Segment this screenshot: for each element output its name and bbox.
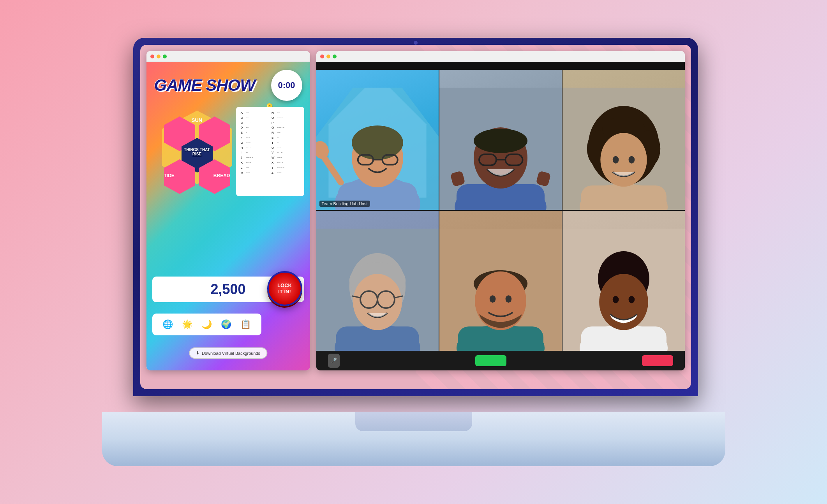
hex-center-label: THINGS THAT RISE (184, 148, 210, 156)
hex-center-line1: THINGS THAT (184, 148, 210, 152)
camera-dot (414, 41, 418, 45)
right-dot-red[interactable] (320, 55, 324, 58)
dot-yellow[interactable] (157, 55, 160, 58)
video-cell-1: Team Building Hub Host (316, 70, 439, 210)
timer: 0:00 (271, 70, 302, 101)
game-show-browser: GAME SHOW 0:00 (146, 51, 310, 370)
video-cell-4 (316, 211, 439, 351)
icon-globe[interactable]: 🌐 (160, 317, 176, 332)
download-icon: ⬇ (196, 351, 199, 356)
icon-clipboard[interactable]: 📋 (238, 317, 254, 332)
lock-it-in-button[interactable]: LOCK IT IN! (267, 271, 302, 306)
dot-green[interactable] (163, 55, 167, 58)
dot-red[interactable] (150, 55, 154, 58)
icon-star[interactable]: 🌟 (180, 317, 195, 332)
morse-col-left: A·− B−··· C−·−· D−·· E· F··−· G−−· H····… (241, 111, 269, 175)
video-cell-2 (439, 70, 562, 210)
video-call-content: Team Building Hub Host (316, 62, 685, 370)
svg-point-52 (475, 271, 526, 330)
download-virtual-backgrounds-button[interactable]: ⬇ Download Virtual Backgrounds (189, 347, 267, 359)
morse-grid: A·− B−··· C−·−· D−·· E· F··−· G−−· H····… (241, 111, 300, 175)
left-titlebar (146, 51, 310, 62)
video-grid: Team Building Hub Host (316, 70, 685, 351)
video-cell-3 (563, 70, 685, 210)
game-show-content: GAME SHOW 0:00 (146, 62, 310, 370)
svg-point-36 (628, 156, 635, 164)
svg-point-54 (505, 295, 511, 303)
end-call-button[interactable] (642, 355, 673, 366)
hex-board: SUN THINGS THAT RISE TIDE BREAD (150, 109, 244, 218)
svg-point-61 (612, 296, 619, 303)
screen-inner: GAME SHOW 0:00 (140, 45, 691, 389)
right-titlebar (316, 51, 685, 62)
svg-point-62 (628, 296, 635, 303)
hex-center-line2: RISE (184, 152, 210, 156)
game-show-header: GAME SHOW 0:00 (154, 70, 302, 101)
video-cell-5 (439, 211, 562, 351)
morse-panel: A·− B−··· C−·−· D−·· E· F··−· G−−· H····… (236, 107, 304, 196)
morse-col-right: N−· O−−− P·−−· Q−−·− R·−· S··· T− U··− V… (272, 111, 300, 175)
video-call-browser: Team Building Hub Host (316, 51, 685, 370)
svg-point-34 (600, 133, 647, 187)
hex-sun-label: SUN (192, 117, 202, 123)
hex-bread-label: BREAD (213, 173, 230, 178)
microphone-button[interactable]: 🎤 (328, 354, 340, 368)
video-controls-bar: 🎤 (316, 351, 685, 370)
laptop-base (102, 412, 725, 466)
right-dot-yellow[interactable] (326, 55, 330, 58)
svg-point-21 (473, 129, 527, 153)
video-on-button[interactable] (475, 355, 506, 366)
laptop: GAME SHOW 0:00 (102, 38, 725, 466)
video-top-bar (316, 62, 685, 70)
svg-point-11 (352, 125, 403, 160)
video-label-host: Team Building Hub Host (319, 201, 370, 207)
svg-point-35 (612, 156, 619, 164)
right-dot-green[interactable] (333, 55, 337, 58)
lock-button-text: LOCK IT IN! (277, 282, 292, 294)
video-cell-6 (563, 211, 685, 351)
game-show-title: GAME SHOW (154, 76, 255, 94)
laptop-screen: GAME SHOW 0:00 (133, 38, 698, 396)
svg-rect-29 (581, 185, 667, 210)
hex-tide-label: TIDE (164, 173, 175, 178)
svg-point-53 (489, 295, 495, 303)
mic-icon: 🎤 (330, 358, 337, 364)
icon-moon[interactable]: 🌙 (199, 317, 215, 332)
icon-world[interactable]: 🌍 (219, 317, 234, 332)
game-icons-row: 🌐 🌟 🌙 🌍 📋 (152, 314, 261, 335)
download-label: Download Virtual Backgrounds (202, 351, 260, 356)
